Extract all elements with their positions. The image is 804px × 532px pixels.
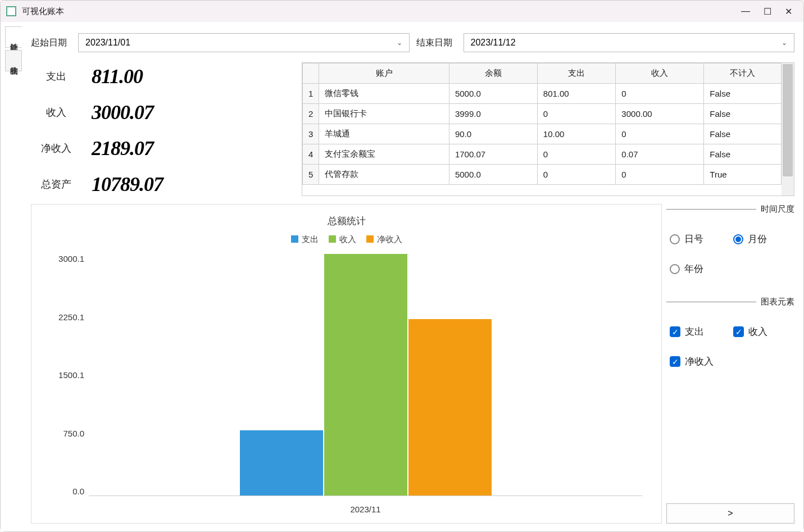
expense-value: 811.00 [92,65,143,88]
check-expense[interactable]: ✓支出 [670,325,728,338]
table-header[interactable]: 余额 [449,63,537,84]
table-cell: 代管存款 [319,165,449,185]
table-cell: 0 [537,104,616,124]
minimize-button[interactable]: — [741,6,750,17]
y-tick: 2250.1 [45,312,84,322]
total-assets-value: 10789.07 [92,172,163,196]
table-cell: 0 [537,165,616,185]
window-title: 可视化账本 [22,6,64,17]
table-cell: 5000.0 [449,84,537,104]
table-row[interactable]: 5代管存款5000.000True [303,165,782,185]
table-cell: 中国银行卡 [319,104,449,124]
tab-structure[interactable]: 收支结构 [5,50,22,71]
y-tick: 0.0 [45,486,84,496]
table-cell: 3999.0 [449,104,537,124]
table-row[interactable]: 1微信零钱5000.0801.000False [303,84,782,104]
start-date-select[interactable]: 2023/11/01 ⌄ [78,33,410,52]
y-tick: 1500.1 [45,370,84,380]
table-cell: False [704,84,782,104]
table-header[interactable]: 账户 [319,63,449,84]
table-row[interactable]: 4支付宝余额宝1700.0700.07False [303,144,782,165]
row-index: 3 [303,124,319,144]
y-tick: 3000.1 [45,254,84,263]
start-date-label: 起始日期 [31,37,71,49]
expense-label: 支出 [37,70,76,83]
y-tick: 750.0 [45,429,84,438]
maximize-button[interactable]: ☐ [764,6,771,17]
table-cell: 0 [616,165,704,185]
chart-bar [324,254,407,495]
table-cell: 0 [616,84,704,104]
table-header[interactable]: 收入 [616,63,704,84]
radio-day[interactable]: 日号 [670,233,728,245]
net-income-value: 2189.07 [92,137,153,160]
tab-total-stats[interactable]: 总额统计 [5,26,22,48]
legend-item: 支出 [291,234,319,245]
total-assets-label: 总资产 [37,178,76,191]
chart-legend: 支出收入净收入 [45,234,648,245]
next-button[interactable]: > [666,503,794,524]
close-button[interactable]: ✕ [785,6,792,17]
table-header[interactable]: 不计入 [704,63,782,84]
chart-title: 总额统计 [45,215,648,228]
table-cell: False [704,124,782,144]
row-index: 5 [303,165,319,185]
row-index: 4 [303,144,319,165]
table-cell: 微信零钱 [319,84,449,104]
chart-plot-area [89,254,642,496]
table-cell: 1700.07 [449,144,537,165]
table-row[interactable]: 2中国银行卡3999.003000.00False [303,104,782,124]
table-cell: 羊城通 [319,124,449,144]
app-icon [6,6,16,16]
legend-item: 净收入 [366,234,402,245]
radio-month[interactable]: 月份 [733,233,791,245]
chevron-down-icon: ⌄ [782,39,787,47]
chart-bar [240,430,323,495]
table-cell: 90.0 [449,124,537,144]
table-cell: 支付宝余额宝 [319,144,449,165]
chevron-down-icon: ⌄ [397,39,402,47]
income-label: 收入 [37,106,76,119]
table-cell: False [704,104,782,124]
time-dimension-label: 时间尺度 [761,204,794,215]
titlebar: 可视化账本 — ☐ ✕ [1,1,803,22]
check-income[interactable]: ✓收入 [733,325,791,338]
table-header[interactable]: 支出 [537,63,616,84]
accounts-table-wrap: 账户余额支出收入不计入 1微信零钱5000.0801.000False2中国银行… [302,62,794,196]
start-date-value: 2023/11/01 [85,38,130,48]
table-cell: 801.00 [537,84,616,104]
chart-elements-label: 图表元素 [761,297,794,307]
table-cell: 10.00 [537,124,616,144]
end-date-label: 结束日期 [416,37,457,49]
accounts-table[interactable]: 账户余额支出收入不计入 1微信零钱5000.0801.000False2中国银行… [302,63,782,185]
chart-y-axis: 0.0750.01500.12250.13000.1 [45,254,84,496]
row-index: 2 [303,104,319,124]
summary-panel: 支出 811.00 收入 3000.07 净收入 2189.07 总资产 107… [31,62,295,196]
chart-container: 总额统计 支出收入净收入 0.0750.01500.12250.13000.1 … [31,204,662,524]
table-cell: True [704,165,782,185]
check-net[interactable]: ✓净收入 [670,355,728,368]
income-value: 3000.07 [92,101,153,124]
chart-bar [408,319,492,495]
table-row[interactable]: 3羊城通90.010.000False [303,124,782,144]
table-cell: 0 [616,124,704,144]
legend-item: 收入 [329,234,356,245]
net-income-label: 净收入 [37,142,76,155]
chart-x-axis-label: 2023/11 [89,504,642,514]
row-index: 1 [303,84,319,104]
end-date-select[interactable]: 2023/11/12 ⌄ [464,33,795,52]
radio-year[interactable]: 年份 [670,262,728,275]
table-cell: 0.07 [616,144,704,165]
end-date-value: 2023/11/12 [471,38,516,48]
table-scrollbar[interactable] [782,63,794,195]
table-cell: False [704,144,782,165]
table-cell: 3000.00 [616,104,704,124]
table-cell: 5000.0 [449,165,537,185]
table-cell: 0 [537,144,616,165]
